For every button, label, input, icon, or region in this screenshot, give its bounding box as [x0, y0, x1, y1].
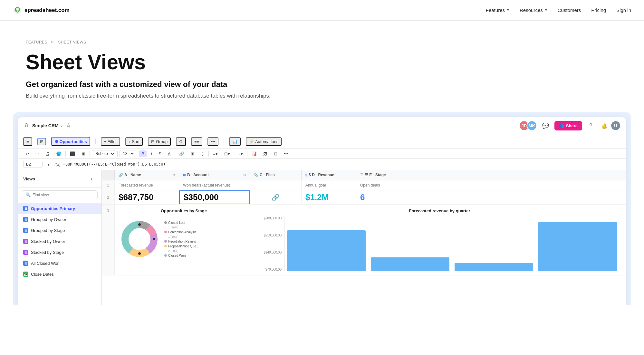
col-header-d[interactable]: $ $ D - Revenue — [302, 170, 356, 180]
cell-a2[interactable]: $687,750 — [115, 190, 179, 204]
legend-color-dot — [164, 221, 167, 224]
hide-button[interactable]: ⊘ — [176, 137, 186, 146]
col-header-a[interactable]: 🔗 A - Name ⊙ — [115, 170, 179, 180]
user-avatar[interactable]: U — [610, 120, 621, 131]
notifications-button[interactable]: 🔔 — [600, 121, 609, 130]
undo-button[interactable]: ↩ — [23, 150, 31, 157]
fmt-sep-4 — [137, 151, 137, 157]
opportunities-tab[interactable]: ⊞ Opportunities — [51, 137, 90, 146]
column-headers: 🔗 A - Name ⊙ ⊞ B - Account ⊙ 📎 C - Files — [102, 170, 626, 180]
valign-button[interactable]: ⊟▾ — [222, 150, 232, 157]
format-paint-button[interactable]: 🪣 — [54, 150, 63, 157]
sidebar-item-all-closed-won[interactable]: ⊞ All Closed Won — [18, 258, 101, 269]
app-title-dropdown[interactable]: ∨ — [60, 123, 63, 128]
sidebar-items-list: ⊞ Opportunities Primary ⊞ Grouped by Own… — [18, 202, 101, 305]
sheet-content[interactable]: 🔗 A - Name ⊙ ⊞ B - Account ⊙ 📎 C - Files — [102, 170, 626, 305]
cell-reference[interactable]: B2 — [23, 161, 43, 168]
app-inner: Simple CRM ∨ ☆ JD MK 💬 👥 Share — [18, 117, 626, 305]
print-button[interactable]: 🖨 — [43, 150, 52, 157]
sidebar-title: Views — [23, 177, 35, 181]
bar-q3 — [455, 263, 533, 271]
bold-button[interactable]: B — [139, 150, 147, 157]
redo-button[interactable]: ↪ — [33, 150, 41, 157]
breadcrumb-parent[interactable]: FEATURES — [26, 40, 47, 44]
formula-input[interactable]: =SUMPRODUCT(--(E5:E="Closed Won"),D5:D,H… — [63, 162, 621, 167]
avatar-2: MK — [527, 120, 537, 131]
font-select[interactable]: Roboto — [92, 150, 115, 157]
link-button[interactable]: 🔗 — [177, 150, 187, 157]
underline-button[interactable]: A — [166, 150, 173, 157]
cell-c2[interactable]: 🔗 — [250, 190, 302, 204]
sidebar-search-container[interactable]: 🔍 — [22, 190, 98, 199]
breadcrumb-current: SHEET VIEWS — [58, 40, 86, 44]
cell-e2[interactable]: 6 — [356, 190, 414, 204]
sidebar-item-grouped-by-stage[interactable]: ⊞ Grouped by Stage — [18, 225, 101, 236]
breadcrumb-separator: > — [51, 40, 53, 44]
col-sort-icon[interactable]: ⊙ — [243, 173, 246, 177]
cell-e1[interactable]: Open deals — [356, 180, 414, 190]
nav-customers[interactable]: Customers — [558, 7, 581, 13]
col-header-b[interactable]: ⊞ B - Account ⊙ — [179, 170, 250, 180]
more-fmt-button[interactable]: ••• — [282, 150, 291, 157]
search-input[interactable] — [33, 193, 94, 197]
embed-button[interactable]: ⊡ — [272, 150, 280, 157]
svg-point-8 — [138, 223, 141, 226]
app-content: Views ‹ 🔍 ⊞ Opportunities Primary ⊞ Grou… — [18, 170, 626, 305]
hamburger-button[interactable]: ≡ — [23, 137, 32, 146]
image-button[interactable]: 🖼 — [261, 150, 270, 157]
border-button[interactable]: ⊞ — [188, 150, 197, 157]
sidebar-item-label: Grouped by Stage — [31, 228, 65, 233]
cell-b2[interactable]: $350,000 — [179, 190, 250, 204]
strikethrough-button[interactable]: S — [156, 150, 164, 157]
merge-button[interactable]: ⬡ — [198, 150, 207, 157]
halign-button[interactable]: ≡▾ — [211, 150, 220, 157]
align-left-button[interactable]: ⬛ — [68, 150, 77, 157]
open-deals-value: 6 — [360, 192, 365, 202]
font-size-select[interactable]: 18 — [120, 150, 135, 157]
star-icon[interactable]: ☆ — [66, 122, 71, 129]
more-button[interactable]: ••• — [207, 137, 218, 146]
automations-button[interactable]: ⚡ Automations — [246, 137, 282, 146]
col-header-c[interactable]: 📎 C - Files — [250, 170, 302, 180]
charts-button[interactable]: 📊 — [229, 137, 241, 146]
italic-button[interactable]: I — [149, 150, 154, 157]
sidebar-item-close-dates[interactable]: 📅 Close Dates — [18, 269, 101, 280]
sidebar-collapse-button[interactable]: ‹ — [87, 174, 96, 184]
views-sidebar: Views ‹ 🔍 ⊞ Opportunities Primary ⊞ Grou… — [18, 170, 102, 305]
nav-features[interactable]: Features — [486, 7, 509, 13]
sidebar-item-grouped-by-owner[interactable]: ⊞ Grouped by Owner — [18, 214, 101, 225]
nav-logo[interactable]: spreadsheet.com — [13, 6, 70, 15]
filter-button[interactable]: ▾ Filter — [101, 137, 120, 146]
cell-b1[interactable]: Won deals (actual revenue) — [179, 180, 250, 190]
fmt-sep-5 — [175, 151, 175, 157]
nav-resources[interactable]: Resources — [520, 7, 547, 13]
help-button[interactable]: ? — [586, 121, 596, 130]
annual-goal-value: $1.2M — [305, 192, 329, 202]
col-sort-icon[interactable]: ⊙ — [172, 173, 175, 177]
chart-button[interactable]: 📊 — [249, 150, 259, 157]
rotate-button[interactable]: ↔▾ — [234, 150, 245, 157]
formula-dropdown[interactable]: ▾ — [45, 161, 52, 168]
donut-chart: Closed Lost 1 (10%) Perception Analysis … — [119, 216, 249, 262]
nav-signin[interactable]: Sign in — [616, 7, 631, 13]
grid-view-button[interactable]: ⊞ — [37, 138, 46, 145]
comment-button[interactable]: 💬 — [541, 121, 551, 130]
sidebar-item-opportunities-primary[interactable]: ⊞ Opportunities Primary — [18, 203, 101, 214]
legend-label: Negotiation/Review — [168, 240, 196, 243]
cell-d1[interactable]: Annual goal — [302, 180, 356, 190]
sidebar-item-stacked-by-owner[interactable]: ⊞ Stacked by Owner — [18, 236, 101, 247]
sort-button[interactable]: ↕ Sort — [125, 137, 143, 146]
cell-d2[interactable]: $1.2M — [302, 190, 356, 204]
group-button[interactable]: ⊞ Group — [148, 137, 171, 146]
row-height-button[interactable]: ≡≡ — [191, 137, 202, 146]
cell-a1[interactable]: Forecasted revenue — [115, 180, 179, 190]
app-frame: Simple CRM ∨ ☆ JD MK 💬 👥 Share — [13, 112, 631, 305]
share-button[interactable]: 👥 Share — [554, 121, 582, 130]
col-header-e[interactable]: ☰ ☰ E - Stage — [356, 170, 414, 180]
cell-c1[interactable] — [250, 180, 302, 190]
sidebar-item-stacked-by-stage[interactable]: ⊞ Stacked by Stage — [18, 247, 101, 258]
chart-title-1: Opportunities by Stage — [119, 208, 249, 213]
y-axis-labels: $280,000.00 $210,000.00 $140,000.00 $70,… — [257, 216, 283, 271]
nav-pricing[interactable]: Pricing — [591, 7, 606, 13]
align-right-button[interactable]: ▣ — [79, 150, 88, 157]
